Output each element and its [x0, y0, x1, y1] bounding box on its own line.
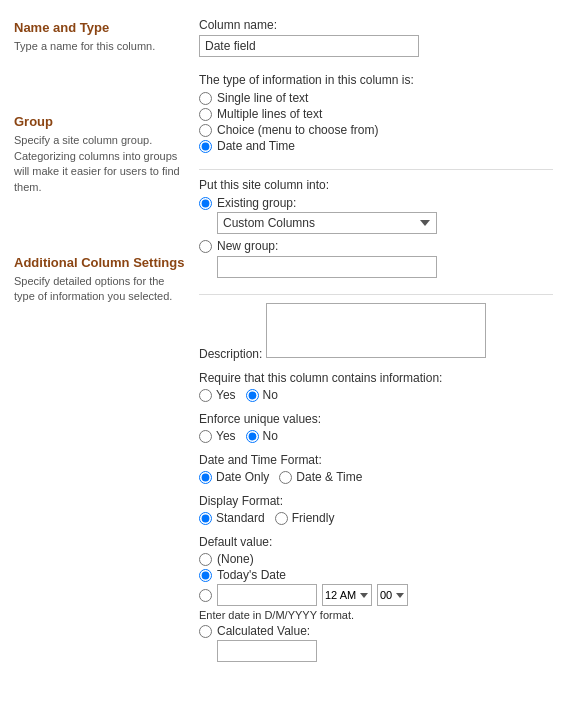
require-radio-row: Yes No [199, 388, 553, 402]
radio-date-time[interactable] [279, 471, 292, 484]
new-group-radio-row: New group: [199, 239, 553, 253]
existing-group-select[interactable]: Custom Columns Base Columns Core Contact… [217, 212, 437, 234]
custom-date-input[interactable] [217, 584, 317, 606]
radio-standard[interactable] [199, 512, 212, 525]
default-today-row: Today's Date [199, 568, 553, 582]
additional-desc: Specify detailed options for the type of… [14, 274, 185, 305]
display-format-radio-row: Standard Friendly [199, 511, 553, 525]
group-section-left: Group Specify a site column group. Categ… [14, 114, 185, 195]
require-info-block: Require that this column contains inform… [199, 371, 553, 402]
label-datetime: Date and Time [217, 139, 295, 153]
enforce-no-item: No [246, 429, 278, 443]
radio-new-group[interactable] [199, 240, 212, 253]
enforce-unique-block: Enforce unique values: Yes No [199, 412, 553, 443]
type-info-section: The type of information in this column i… [199, 73, 553, 153]
label-date-only: Date Only [216, 470, 269, 484]
divider-2 [199, 294, 553, 295]
label-enforce-no: No [263, 429, 278, 443]
display-format-block: Display Format: Standard Friendly [199, 494, 553, 525]
column-name-section: Column name: [199, 18, 553, 57]
friendly-item: Friendly [275, 511, 335, 525]
default-value-label: Default value: [199, 535, 553, 549]
additional-section-left: Additional Column Settings Specify detai… [14, 255, 185, 305]
radio-date-only[interactable] [199, 471, 212, 484]
type-multiple-lines: Multiple lines of text [199, 107, 553, 121]
date-format-hint: Enter date in D/M/YYYY format. [199, 609, 553, 621]
radio-single-line[interactable] [199, 92, 212, 105]
date-format-label: Date and Time Format: [199, 453, 553, 467]
date-only-item: Date Only [199, 470, 269, 484]
new-group-label: New group: [217, 239, 278, 253]
name-type-title: Name and Type [14, 20, 185, 35]
description-block: Description: [199, 303, 553, 361]
type-single-line: Single line of text [199, 91, 553, 105]
existing-group-label: Existing group: [217, 196, 296, 210]
label-require-no: No [263, 388, 278, 402]
radio-datetime[interactable] [199, 140, 212, 153]
calculated-input[interactable] [217, 640, 317, 662]
radio-friendly[interactable] [275, 512, 288, 525]
label-default-none: (None) [217, 552, 254, 566]
label-single-line: Single line of text [217, 91, 308, 105]
group-desc: Specify a site column group. Categorizin… [14, 133, 185, 195]
radio-enforce-yes[interactable] [199, 430, 212, 443]
radio-multiple-lines[interactable] [199, 108, 212, 121]
type-choice: Choice (menu to choose from) [199, 123, 553, 137]
put-into-label: Put this site column into: [199, 178, 553, 192]
require-info-label: Require that this column contains inform… [199, 371, 553, 385]
additional-settings-section: Description: Require that this column co… [199, 303, 553, 662]
date-time-item: Date & Time [279, 470, 362, 484]
radio-require-yes[interactable] [199, 389, 212, 402]
radio-choice[interactable] [199, 124, 212, 137]
type-datetime: Date and Time [199, 139, 553, 153]
label-default-today: Today's Date [217, 568, 286, 582]
calculated-value-row: Calculated Value: [199, 624, 553, 638]
require-yes-item: Yes [199, 388, 236, 402]
label-friendly: Friendly [292, 511, 335, 525]
radio-require-no[interactable] [246, 389, 259, 402]
display-format-label: Display Format: [199, 494, 553, 508]
label-standard: Standard [216, 511, 265, 525]
column-name-label: Column name: [199, 18, 553, 32]
left-panel: Name and Type Type a name for this colum… [0, 10, 195, 688]
enforce-yes-item: Yes [199, 429, 236, 443]
label-choice: Choice (menu to choose from) [217, 123, 378, 137]
existing-group-radio-row: Existing group: [199, 196, 553, 210]
enforce-radio-row: Yes No [199, 429, 553, 443]
label-enforce-yes: Yes [216, 429, 236, 443]
default-value-block: Default value: (None) Today's Date 12 AM… [199, 535, 553, 662]
label-multiple-lines: Multiple lines of text [217, 107, 322, 121]
time-ampm-select[interactable]: 12 AM 1 AM 2 AM [322, 584, 372, 606]
radio-default-none[interactable] [199, 553, 212, 566]
group-title: Group [14, 114, 185, 129]
require-no-item: No [246, 388, 278, 402]
custom-date-row: 12 AM 1 AM 2 AM 00 05 10 15 [199, 584, 553, 606]
new-group-input[interactable] [217, 256, 437, 278]
label-date-time: Date & Time [296, 470, 362, 484]
default-none-row: (None) [199, 552, 553, 566]
radio-default-today[interactable] [199, 569, 212, 582]
column-name-input[interactable] [199, 35, 419, 57]
calculated-label: Calculated Value: [217, 624, 310, 638]
radio-calculated[interactable] [199, 625, 212, 638]
name-type-desc: Type a name for this column. [14, 39, 185, 54]
enforce-unique-label: Enforce unique values: [199, 412, 553, 426]
description-textarea[interactable] [266, 303, 486, 358]
label-require-yes: Yes [216, 388, 236, 402]
additional-title: Additional Column Settings [14, 255, 185, 270]
right-panel: Column name: The type of information in … [195, 10, 563, 688]
type-info-label: The type of information in this column i… [199, 73, 553, 87]
radio-default-custom[interactable] [199, 589, 212, 602]
date-format-radio-row: Date Only Date & Time [199, 470, 553, 484]
group-section: Put this site column into: Existing grou… [199, 178, 553, 278]
radio-existing-group[interactable] [199, 197, 212, 210]
divider-1 [199, 169, 553, 170]
radio-enforce-no[interactable] [246, 430, 259, 443]
name-type-section-left: Name and Type Type a name for this colum… [14, 20, 185, 54]
date-format-block: Date and Time Format: Date Only Date & T… [199, 453, 553, 484]
time-minute-select[interactable]: 00 05 10 15 [377, 584, 408, 606]
page-container: Name and Type Type a name for this colum… [0, 0, 563, 698]
standard-item: Standard [199, 511, 265, 525]
description-label: Description: [199, 347, 262, 361]
